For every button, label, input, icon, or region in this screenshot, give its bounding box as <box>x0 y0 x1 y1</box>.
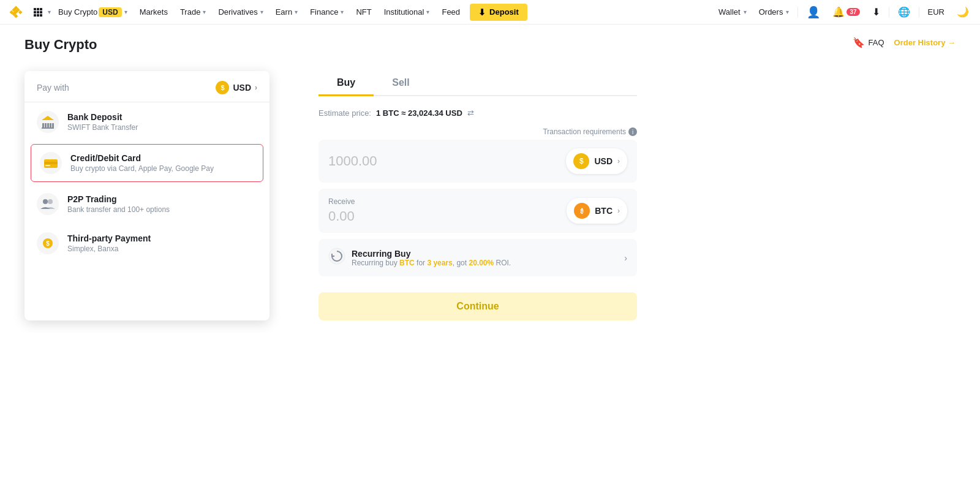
grid-menu-button[interactable] <box>32 6 44 18</box>
nav-markets[interactable]: Markets <box>135 0 173 25</box>
svg-rect-6 <box>34 14 36 17</box>
nav-orders[interactable]: Orders ▾ <box>755 7 793 17</box>
recurring-buy-icon <box>328 248 345 268</box>
nav-profile[interactable]: 👤 <box>803 6 824 19</box>
payment-option-bank-deposit[interactable]: Bank Deposit SWIFT Bank Transfer <box>24 102 270 142</box>
svg-rect-10 <box>42 123 44 127</box>
nav-wallet[interactable]: Wallet ▾ <box>715 7 750 17</box>
divider-2 <box>889 7 889 18</box>
svg-rect-8 <box>40 14 42 17</box>
continue-button[interactable]: Continue <box>318 292 637 320</box>
buy-crypto-chevron: ▾ <box>124 9 127 15</box>
svg-point-23 <box>48 199 53 204</box>
nav-currency[interactable]: EUR <box>924 7 948 17</box>
nav-nft[interactable]: NFT <box>351 0 376 25</box>
svg-rect-0 <box>34 8 36 10</box>
nav-finance[interactable]: Finance ▾ <box>305 0 349 25</box>
estimate-value: 1 BTC ≈ 23,024.34 USD <box>376 108 462 118</box>
svg-point-21 <box>37 193 59 215</box>
page: Buy Crypto 🔖 FAQ Order History → Pay wit… <box>0 25 980 333</box>
svg-rect-13 <box>50 123 51 127</box>
faq-button[interactable]: 🔖 FAQ <box>853 37 884 48</box>
notification-bell[interactable]: 🔔 37 <box>829 6 863 18</box>
tab-sell[interactable]: Sell <box>374 71 428 96</box>
nav-derivatives[interactable]: Derivatives ▾ <box>213 0 268 25</box>
svg-rect-2 <box>40 8 42 10</box>
bank-deposit-icon <box>37 111 59 133</box>
svg-rect-5 <box>40 11 42 13</box>
faq-icon: 🔖 <box>853 37 865 48</box>
svg-rect-20 <box>45 165 50 166</box>
recurring-buy-row[interactable]: Recurring Buy Recurring buy BTC for 3 ye… <box>318 239 637 276</box>
receive-input-block: Receive 0.00 <box>328 197 355 224</box>
main-content: Pay with $ USD › <box>24 71 956 320</box>
currency-badge: USD <box>99 7 121 17</box>
navbar: ▾ Buy Crypto USD ▾ Markets Trade ▾ Deriv… <box>0 0 980 25</box>
pay-with-label: Pay with <box>37 83 69 93</box>
svg-rect-7 <box>37 14 39 17</box>
bank-deposit-text: Bank Deposit SWIFT Bank Transfer <box>67 112 138 132</box>
nav-download[interactable]: ⬇ <box>869 6 884 18</box>
derivatives-chevron: ▾ <box>260 9 263 15</box>
credit-card-text: Credit/Debit Card Buy crypto via Card, A… <box>70 153 214 173</box>
btc-chevron-right: › <box>617 207 620 215</box>
refresh-icon[interactable]: ⇄ <box>467 108 474 118</box>
grid-menu-chevron[interactable]: ▾ <box>48 9 51 15</box>
nav-earn[interactable]: Earn ▾ <box>271 0 303 25</box>
orders-chevron: ▾ <box>786 9 789 15</box>
receive-label: Receive <box>328 197 355 206</box>
btc-currency-selector[interactable]: ₿ BTC › <box>567 198 627 224</box>
receive-input-row: Receive 0.00 ₿ BTC › <box>318 189 637 233</box>
spend-input-row: 1000.00 $ USD › <box>318 140 637 183</box>
order-history-button[interactable]: Order History → <box>894 38 956 47</box>
payment-method-dropdown: Pay with $ USD › <box>24 71 270 320</box>
usd-badge[interactable]: $ USD › <box>216 81 257 94</box>
theme-icon: 🌙 <box>957 6 969 18</box>
svg-rect-4 <box>37 11 39 13</box>
svg-rect-12 <box>47 123 49 127</box>
nav-institutional[interactable]: Institutional ▾ <box>379 0 435 25</box>
institutional-chevron: ▾ <box>426 9 429 15</box>
logo[interactable] <box>7 4 24 21</box>
recurring-buy-left: Recurring Buy Recurring buy BTC for 3 ye… <box>328 248 511 268</box>
usd-chevron-right: › <box>617 157 620 165</box>
buy-sell-tabs: Buy Sell <box>318 71 637 96</box>
nav-right: Wallet ▾ Orders ▾ 👤 🔔 37 ⬇ 🌐 EUR � <box>715 6 973 19</box>
bell-icon: 🔔 <box>832 6 845 18</box>
deposit-button[interactable]: ⬇ Deposit <box>470 4 527 21</box>
trade-chevron: ▾ <box>203 9 206 15</box>
download-icon: ⬇ <box>872 6 880 18</box>
divider-1 <box>797 7 798 18</box>
wallet-chevron: ▾ <box>744 9 747 15</box>
svg-rect-16 <box>42 127 54 129</box>
svg-rect-1 <box>37 8 39 10</box>
svg-point-22 <box>43 199 48 204</box>
finance-chevron: ▾ <box>341 9 344 15</box>
svg-point-9 <box>37 111 59 133</box>
globe-icon: 🌐 <box>898 6 910 18</box>
third-party-text: Third-party Payment Simplex, Banxa <box>67 233 151 253</box>
nav-buy-crypto[interactable]: Buy Crypto USD ▾ <box>53 0 132 25</box>
nav-feed[interactable]: Feed <box>437 0 465 25</box>
divider-3 <box>919 7 919 18</box>
buy-form: Buy Sell Estimate price: 1 BTC ≈ 23,024.… <box>318 71 637 320</box>
usd-icon: $ <box>216 81 229 94</box>
payment-option-credit-card[interactable]: Credit/Debit Card Buy crypto via Card, A… <box>31 144 263 182</box>
svg-rect-11 <box>45 123 47 127</box>
usd-currency-selector[interactable]: $ USD › <box>566 148 627 174</box>
credit-card-icon <box>40 152 62 174</box>
nav-trade[interactable]: Trade ▾ <box>175 0 211 25</box>
spend-value[interactable]: 1000.00 <box>328 153 377 169</box>
deposit-icon: ⬇ <box>478 7 486 17</box>
transaction-req-info-icon[interactable]: i <box>628 127 637 136</box>
profile-icon: 👤 <box>807 6 820 19</box>
nav-theme[interactable]: 🌙 <box>953 6 973 18</box>
nav-globe[interactable]: 🌐 <box>894 6 914 18</box>
usd-chevron: › <box>255 83 257 92</box>
payment-option-third-party[interactable]: $ Third-party Payment Simplex, Banxa <box>24 224 270 263</box>
notification-count: 37 <box>846 8 859 16</box>
notification-wrapper: 🔔 37 <box>829 6 863 18</box>
third-party-icon: $ <box>37 232 59 254</box>
payment-option-p2p[interactable]: P2P Trading Bank transfer and 100+ optio… <box>24 184 270 224</box>
tab-buy[interactable]: Buy <box>318 71 374 96</box>
